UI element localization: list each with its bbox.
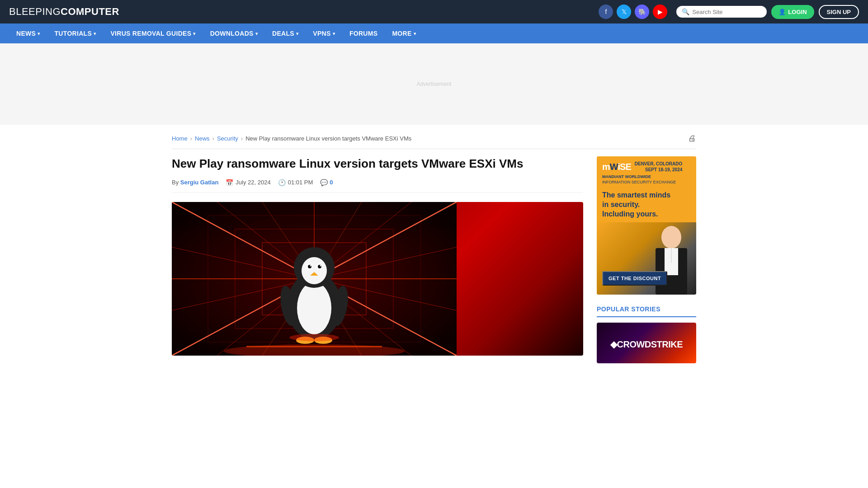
- ad-sub: INFORMATION SECURITY EXCHANGE: [602, 180, 691, 184]
- mastodon-icon[interactable]: 🐘: [635, 5, 649, 19]
- comment-icon: 💬: [320, 179, 328, 186]
- site-header: BLEEPINGCOMPUTER f 𝕏 🐘 ▶ 🔍 👤 LOGIN SIGN …: [0, 0, 868, 23]
- ad-tagline: The smartest minds in security. Includin…: [597, 187, 696, 222]
- popular-stories-title: POPULAR STORIES: [597, 305, 696, 317]
- social-icons: f 𝕏 🐘 ▶: [599, 5, 667, 19]
- author-link[interactable]: Sergiu Gatlan: [180, 179, 219, 186]
- youtube-icon[interactable]: ▶: [653, 5, 667, 19]
- ad-mwise-logo: mWiSE: [602, 162, 631, 172]
- article-date: 📅 July 22, 2024: [226, 179, 270, 186]
- search-input[interactable]: [692, 9, 761, 15]
- breadcrumb-separator: ›: [190, 135, 192, 142]
- nav-item-more[interactable]: MORE ▾: [385, 23, 423, 43]
- chevron-down-icon: ▾: [296, 31, 298, 36]
- svg-point-45: [289, 334, 339, 341]
- svg-point-39: [320, 265, 321, 266]
- user-icon: 👤: [778, 9, 786, 15]
- svg-point-46: [661, 226, 681, 249]
- twitter-icon[interactable]: 𝕏: [617, 5, 631, 19]
- breadcrumb-news[interactable]: News: [195, 135, 210, 142]
- ad-person-area: GET THE DISCOUNT: [597, 222, 696, 295]
- article-time: 🕐 01:01 PM: [278, 179, 313, 186]
- content-area: Home › News › Security › New Play ransom…: [163, 125, 705, 372]
- main-nav: NEWS ▾ TUTORIALS ▾ VIRUS REMOVAL GUIDES …: [0, 23, 868, 43]
- crowdstrike-logo-svg: ◆CROWDSTRIKE: [606, 332, 687, 354]
- print-icon[interactable]: 🖨: [688, 134, 696, 143]
- chevron-down-icon: ▾: [333, 31, 335, 36]
- nav-item-tutorials[interactable]: TUTORIALS ▾: [47, 23, 104, 43]
- nav-item-news[interactable]: NEWS ▾: [9, 23, 47, 43]
- facebook-icon[interactable]: f: [599, 5, 613, 19]
- article-sidebar: mWiSE DENVER, COLORADO SEPT 18-19, 2024 …: [597, 156, 696, 363]
- svg-point-33: [302, 257, 327, 284]
- ad-location: DENVER, COLORADO SEPT 18-19, 2024: [635, 161, 683, 173]
- svg-point-31: [297, 282, 331, 334]
- search-bar: 🔍: [676, 6, 767, 18]
- breadcrumb-home[interactable]: Home: [172, 135, 188, 142]
- svg-point-38: [310, 265, 311, 266]
- article-title: New Play ransomware Linux version target…: [172, 156, 583, 172]
- chevron-down-icon: ▾: [94, 31, 96, 36]
- hero-image-svg: [172, 202, 457, 356]
- login-button[interactable]: 👤 LOGIN: [771, 5, 814, 19]
- ad-brand: MANDIANT WORLDWIDE: [602, 174, 691, 179]
- article-meta: By Sergiu Gatlan 📅 July 22, 2024 🕐 01:01…: [172, 179, 583, 193]
- breadcrumb-separator: ›: [212, 135, 214, 142]
- site-logo[interactable]: BLEEPINGCOMPUTER: [9, 6, 119, 18]
- nav-item-virus-removal[interactable]: VIRUS REMOVAL GUIDES ▾: [103, 23, 203, 43]
- svg-text:◆CROWDSTRIKE: ◆CROWDSTRIKE: [610, 339, 683, 349]
- breadcrumb-separator: ›: [241, 135, 243, 142]
- breadcrumb-security[interactable]: Security: [217, 135, 238, 142]
- top-ad-banner: Advertisement: [0, 43, 868, 125]
- article-layout: New Play ransomware Linux version target…: [172, 156, 696, 363]
- clock-icon: 🕐: [278, 179, 286, 186]
- nav-item-forums[interactable]: FORUMS: [342, 23, 385, 43]
- search-icon: 🔍: [682, 8, 689, 15]
- article-hero-image: [172, 202, 583, 356]
- breadcrumb-current: New Play ransomware Linux version target…: [245, 135, 411, 142]
- ad-logo-row: mWiSE DENVER, COLORADO SEPT 18-19, 2024: [602, 161, 691, 173]
- calendar-icon: 📅: [226, 179, 233, 186]
- popular-stories-section: POPULAR STORIES ◆CROWDSTRIKE: [597, 305, 696, 363]
- article-author: By Sergiu Gatlan: [172, 179, 218, 186]
- chevron-down-icon: ▾: [414, 31, 416, 36]
- chevron-down-icon: ▾: [255, 31, 258, 36]
- chevron-down-icon: ▾: [193, 31, 195, 36]
- ad-header: mWiSE DENVER, COLORADO SEPT 18-19, 2024 …: [597, 156, 696, 187]
- header-right: f 𝕏 🐘 ▶ 🔍 👤 LOGIN SIGN UP: [599, 5, 859, 19]
- article-comments[interactable]: 💬 0: [320, 179, 333, 186]
- breadcrumb: Home › News › Security › New Play ransom…: [172, 134, 696, 149]
- nav-item-downloads[interactable]: DOWNLOADS ▾: [203, 23, 265, 43]
- nav-item-vpns[interactable]: VPNS ▾: [306, 23, 342, 43]
- article-main: New Play ransomware Linux version target…: [172, 156, 583, 356]
- signup-button[interactable]: SIGN UP: [819, 5, 859, 19]
- nav-item-deals[interactable]: DEALS ▾: [265, 23, 306, 43]
- ad-discount-button[interactable]: GET THE DISCOUNT: [602, 271, 667, 286]
- popular-story-thumb[interactable]: ◆CROWDSTRIKE: [597, 323, 696, 363]
- sidebar-ad: mWiSE DENVER, COLORADO SEPT 18-19, 2024 …: [597, 156, 696, 295]
- chevron-down-icon: ▾: [38, 31, 40, 36]
